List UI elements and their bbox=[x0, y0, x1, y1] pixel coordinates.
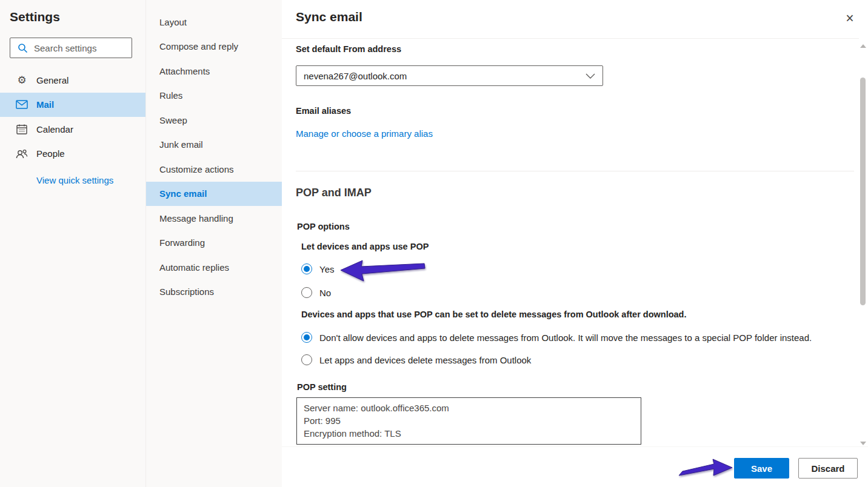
radio-dont-allow-label: Don't allow devices and apps to delete m… bbox=[319, 333, 812, 343]
radio-yes-button[interactable] bbox=[301, 263, 312, 274]
settings-sidebar: Settings ⚙ General Mail Calendar bbox=[0, 0, 146, 487]
outlook-settings-dialog: { "sidebar": { "title": "Settings", "sea… bbox=[0, 0, 868, 487]
sidebar-item-general[interactable]: ⚙ General bbox=[0, 68, 145, 93]
nav-item-sweep[interactable]: Sweep bbox=[146, 108, 282, 133]
nav-item-forwarding[interactable]: Forwarding bbox=[146, 231, 282, 256]
save-button[interactable]: Save bbox=[734, 458, 789, 479]
sidebar-item-people[interactable]: People bbox=[0, 142, 145, 167]
search-icon bbox=[18, 43, 28, 53]
pop-options-label: POP options bbox=[297, 222, 350, 231]
nav-item-layout[interactable]: Layout bbox=[146, 10, 282, 35]
sidebar-item-label: Mail bbox=[36, 99, 54, 110]
from-address-dropdown[interactable]: nevena267@outlook.com bbox=[296, 65, 603, 86]
manage-alias-link[interactable]: Manage or choose a primary alias bbox=[296, 128, 433, 139]
pop-port-line: Port: 995 bbox=[304, 414, 641, 427]
sync-email-panel: Sync email × Set default From address ne… bbox=[282, 0, 868, 487]
nav-item-automatic-replies[interactable]: Automatic replies bbox=[146, 255, 282, 280]
scrollbar-up-arrow-icon[interactable] bbox=[860, 44, 866, 48]
people-icon bbox=[16, 149, 28, 159]
radio-dont-allow-button[interactable] bbox=[301, 332, 312, 343]
search-settings-box[interactable] bbox=[10, 38, 132, 58]
nav-item-message-handling[interactable]: Message handling bbox=[146, 206, 282, 231]
radio-let-delete-button[interactable] bbox=[301, 354, 312, 365]
calendar-icon bbox=[16, 124, 28, 134]
nav-item-junk-email[interactable]: Junk email bbox=[146, 133, 282, 157]
sidebar-item-calendar[interactable]: Calendar bbox=[0, 117, 145, 142]
nav-item-compose-and-reply[interactable]: Compose and reply bbox=[146, 35, 282, 59]
use-pop-label: Let devices and apps use POP bbox=[301, 242, 429, 251]
email-aliases-label: Email aliases bbox=[296, 106, 351, 116]
pop-setting-box: Server name: outlook.office365.com Port:… bbox=[296, 397, 641, 445]
pop-no-option[interactable]: No bbox=[301, 287, 331, 298]
nav-item-customize-actions[interactable]: Customize actions bbox=[146, 157, 282, 182]
sidebar-item-label: General bbox=[36, 75, 68, 85]
chevron-down-icon bbox=[586, 73, 595, 79]
nav-item-subscriptions[interactable]: Subscriptions bbox=[146, 280, 282, 305]
nav-item-attachments[interactable]: Attachments bbox=[146, 59, 282, 84]
sidebar-item-label: People bbox=[36, 148, 65, 159]
panel-footer: Save Discard bbox=[282, 446, 868, 487]
pop-setting-label: POP setting bbox=[297, 382, 347, 392]
scrollbar-thumb[interactable] bbox=[860, 78, 866, 305]
pop-imap-heading: POP and IMAP bbox=[296, 187, 372, 199]
pop-encryption-line: Encryption method: TLS bbox=[304, 427, 641, 440]
let-delete-option[interactable]: Let apps and devices delete messages fro… bbox=[301, 354, 531, 365]
nav-item-sync-email[interactable]: Sync email bbox=[146, 182, 282, 207]
from-address-value: nevena267@outlook.com bbox=[304, 71, 407, 81]
radio-no-label: No bbox=[319, 288, 331, 298]
sidebar-category-list: ⚙ General Mail Calendar People bbox=[0, 68, 145, 166]
section-divider bbox=[296, 171, 854, 171]
nav-item-rules[interactable]: Rules bbox=[146, 84, 282, 108]
radio-yes-label: Yes bbox=[319, 264, 334, 274]
gear-icon: ⚙ bbox=[16, 74, 28, 87]
pop-delete-description: Devices and apps that use POP can be set… bbox=[301, 310, 687, 319]
mail-icon bbox=[16, 100, 28, 109]
from-address-label: Set default From address bbox=[296, 44, 401, 54]
dont-allow-delete-option[interactable]: Don't allow devices and apps to delete m… bbox=[301, 332, 812, 343]
radio-let-delete-label: Let apps and devices delete messages fro… bbox=[319, 355, 531, 365]
panel-title: Sync email bbox=[296, 10, 362, 24]
pop-yes-option[interactable]: Yes bbox=[301, 263, 334, 274]
settings-title: Settings bbox=[10, 10, 60, 24]
panel-scrollbar[interactable] bbox=[858, 40, 868, 453]
mail-settings-nav: Layout Compose and reply Attachments Rul… bbox=[146, 0, 282, 487]
sidebar-item-mail[interactable]: Mail bbox=[0, 93, 145, 118]
view-quick-settings-link[interactable]: View quick settings bbox=[36, 175, 113, 185]
search-settings-input[interactable] bbox=[33, 42, 126, 54]
radio-no-button[interactable] bbox=[301, 287, 312, 298]
pop-server-line: Server name: outlook.office365.com bbox=[304, 402, 641, 414]
discard-button[interactable]: Discard bbox=[798, 458, 858, 479]
header-divider bbox=[282, 38, 859, 39]
sidebar-item-label: Calendar bbox=[36, 124, 73, 134]
scrollbar-down-arrow-icon[interactable] bbox=[860, 442, 866, 445]
close-icon[interactable]: × bbox=[841, 10, 858, 27]
